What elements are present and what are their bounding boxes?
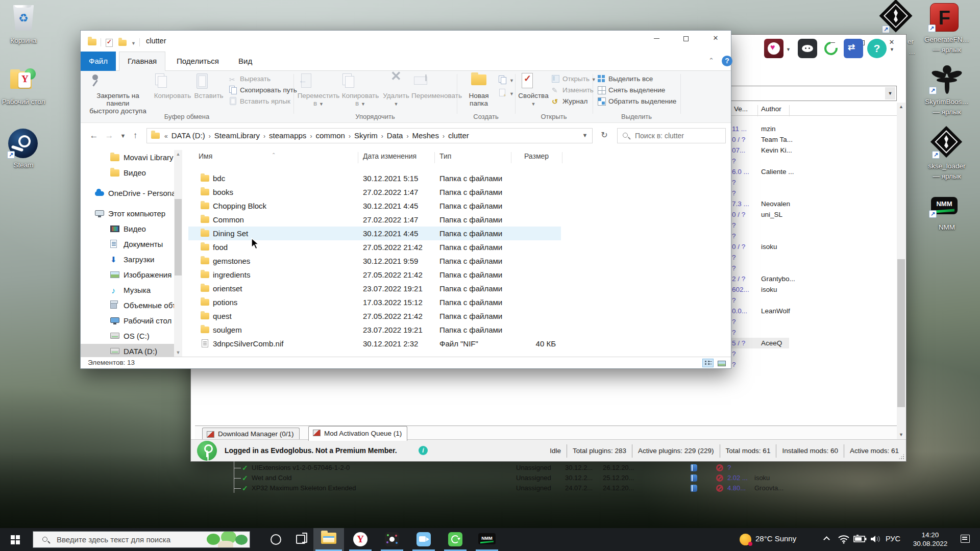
select-all-button[interactable]: Выделить все [597, 73, 653, 85]
sidebar-item[interactable]: OS (C:) [81, 329, 174, 344]
taskbar-app-capture[interactable] [408, 528, 439, 551]
sidebar-item[interactable]: Рабочий стол [81, 313, 174, 329]
mod-list-scrollbar[interactable]: ▲ ▼ [897, 103, 905, 439]
breadcrumb-segment[interactable]: Meshes [409, 129, 442, 143]
taskbar-app-scanner[interactable] [440, 528, 471, 551]
readme-icon[interactable] [691, 464, 697, 471]
scroll-up-icon[interactable]: ▲ [897, 103, 905, 111]
new-item-button[interactable]: ▼ [498, 74, 514, 86]
file-row[interactable]: bdc 30.12.2021 5:15 Папка с файлами [188, 171, 730, 185]
desktop-icon-skyrimboost[interactable]: ↗ SkyrimBoos…— ярлык [919, 63, 975, 122]
file-row[interactable]: Common 27.02.2022 1:47 Папка с файлами [188, 213, 730, 227]
language-indicator[interactable]: РУС [886, 535, 900, 543]
breadcrumb-segment[interactable]: DATA (D:) [169, 129, 208, 143]
weather-icon[interactable] [740, 534, 751, 545]
breadcrumb-segment[interactable]: Skyrim [352, 129, 380, 143]
explorer-minimize-button[interactable] [645, 31, 668, 46]
file-row[interactable]: soulgem 23.07.2022 19:21 Папка с файлами [188, 323, 730, 337]
open-button[interactable]: Открыть ▼ [551, 73, 596, 85]
start-button[interactable] [0, 528, 31, 551]
taskbar-app-explorer[interactable] [313, 528, 344, 551]
back-button[interactable]: ← [87, 127, 101, 144]
combobox-dropdown-icon[interactable]: ▼ [885, 87, 895, 99]
file-row[interactable]: 3dnpcSilverComb.nif 30.12.2021 2:32 Файл… [188, 337, 730, 350]
breadcrumb-segment[interactable]: SteamLibrary [212, 129, 262, 143]
properties-button[interactable]: Свойства▼ [518, 72, 549, 108]
invert-selection-button[interactable]: Обратить выделение [597, 96, 676, 107]
column-date[interactable]: Дата изменения [363, 152, 416, 160]
icons-view-button[interactable] [716, 359, 727, 367]
move-to-button[interactable]: Переместитьв ▼ [297, 72, 340, 108]
breadcrumb-segment[interactable]: clutter [446, 129, 472, 143]
sidebar-item[interactable]: OneDrive - Persona [81, 186, 174, 201]
desktop-icon-yandex-desk[interactable]: Y Рабочий стол [0, 65, 47, 120]
breadcrumb-overflow[interactable]: « [163, 129, 169, 143]
help-button[interactable]: ? [867, 39, 887, 58]
file-row[interactable]: ingredients 27.05.2022 21:42 Папка с фай… [188, 268, 730, 282]
ribbon-tab[interactable]: Главная [119, 52, 165, 71]
paste-button[interactable]: Вставить [193, 72, 225, 108]
file-row[interactable]: books 27.02.2022 1:47 Папка с файлами [188, 185, 730, 199]
readme-icon[interactable] [691, 485, 697, 492]
sidebar-item[interactable]: Музыка [81, 283, 174, 298]
no-endorse-icon[interactable] [716, 474, 723, 482]
ribbon-tab[interactable]: Файл [81, 52, 116, 71]
column-version[interactable]: Ve... [734, 105, 748, 113]
select-none-button[interactable]: Снять выделение [597, 85, 665, 96]
clock[interactable]: 14:20 30.08.2022 [903, 531, 957, 548]
delete-button[interactable]: Удалить▼ [382, 72, 410, 108]
desktop-icon-steam[interactable]: ↗ Steam [0, 127, 47, 173]
file-row[interactable]: gemstones 30.12.2021 9:59 Папка с файлам… [188, 254, 730, 268]
transfer-button[interactable] [844, 39, 863, 58]
breadcrumb-segment[interactable]: steamapps [266, 129, 309, 143]
desktop-icon-recycle-bin[interactable]: Корзина [0, 3, 47, 50]
sidebar-item[interactable]: Movavi Library [81, 150, 174, 165]
endorse-button[interactable] [764, 39, 783, 58]
sidebar-item[interactable]: Этот компьютер [81, 206, 174, 221]
explorer-title-bar[interactable]: ✓ ▼ clutter ✕ [81, 31, 731, 52]
taskbar-search-box[interactable]: Введите здесь текст для поиска [33, 531, 250, 548]
address-dropdown-icon[interactable]: ▼ [578, 128, 592, 142]
column-author[interactable]: Author [761, 105, 781, 113]
speaker-icon[interactable] [870, 535, 881, 543]
column-type[interactable]: Тип [439, 152, 451, 160]
discord-button[interactable] [798, 39, 817, 58]
cut-button[interactable]: Вырезать [229, 73, 271, 85]
qat-properties-icon[interactable]: ✓ [106, 39, 113, 47]
scrollbar-thumb[interactable] [175, 199, 182, 276]
file-row[interactable]: potions 17.03.2022 15:12 Папка с файлами [188, 295, 730, 309]
qat-customize-icon[interactable]: ▼ [131, 41, 136, 46]
action-center-icon[interactable] [961, 535, 970, 543]
sidebar-item[interactable]: Документы [81, 237, 174, 252]
enabled-check-icon[interactable]: ✓ [242, 473, 248, 483]
scrollbar-thumb[interactable] [897, 259, 905, 407]
file-row[interactable]: food 27.05.2022 21:42 Папка с файлами [188, 240, 730, 254]
wifi-icon[interactable] [838, 535, 849, 544]
desktop-icon-skse-loader[interactable]: ↗ skse_loader— ярлык [919, 126, 975, 185]
edit-button[interactable]: Изменить [551, 85, 594, 96]
sidebar-item[interactable]: DATA (D:) [81, 344, 174, 357]
easy-access-button[interactable]: ▼ [498, 88, 514, 99]
help-icon[interactable]: ? [722, 56, 732, 66]
sidebar-item[interactable]: Объемные объе… [81, 298, 174, 313]
ribbon-tab[interactable]: Вид [230, 52, 260, 71]
scroll-down-icon[interactable]: ▼ [897, 431, 905, 439]
details-view-button[interactable] [702, 359, 714, 367]
ribbon-tab[interactable]: Поделиться [168, 52, 227, 71]
scroll-down-icon[interactable]: ▼ [174, 348, 182, 357]
mod-row[interactable]: ✓ Wet and Cold Unassigned 30.12.2... 25.… [195, 473, 897, 483]
rename-button[interactable]: Переименовать [411, 72, 456, 108]
column-size[interactable]: Размер [524, 152, 549, 160]
mod-row[interactable]: ✓ XP32 Maximum Skeleton Extended Unassig… [195, 483, 897, 493]
sidebar-item[interactable]: Видео [81, 165, 174, 181]
readme-icon[interactable] [691, 474, 697, 482]
breadcrumb-segment[interactable]: common [313, 129, 348, 143]
help-dropdown-caret[interactable]: ▼ [890, 47, 894, 52]
sidebar-item[interactable]: Загрузки [81, 252, 174, 267]
column-name[interactable]: Имя [199, 152, 212, 160]
up-button[interactable]: ↑ [129, 127, 142, 144]
weather-text[interactable]: 28°C Sunny [755, 534, 796, 543]
no-endorse-icon[interactable] [716, 485, 723, 492]
file-row[interactable]: Dining Set 30.12.2021 4:45 Папка с файла… [188, 227, 561, 240]
copy-button[interactable]: Копировать [153, 72, 192, 108]
